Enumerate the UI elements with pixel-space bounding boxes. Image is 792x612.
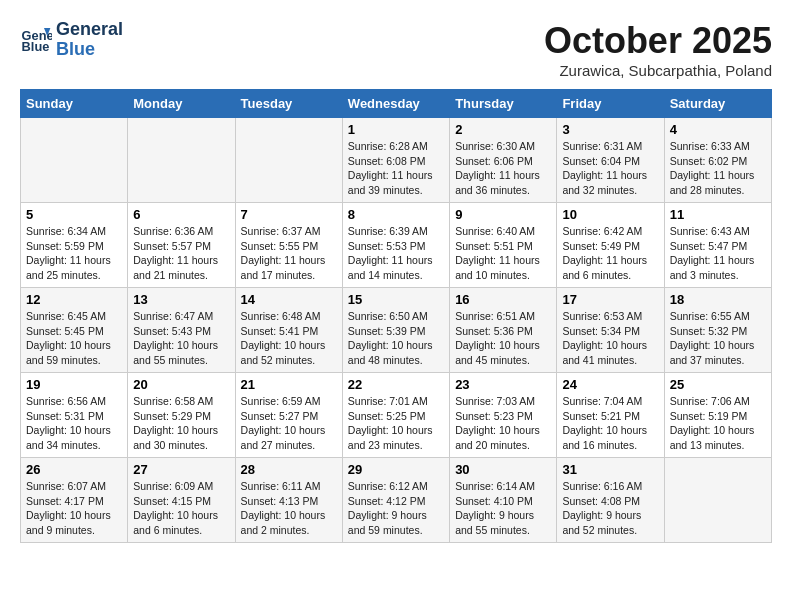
- sunrise-text: Sunrise: 6:39 AM: [348, 225, 428, 237]
- sunrise-text: Sunrise: 7:01 AM: [348, 395, 428, 407]
- day-number: 23: [455, 377, 551, 392]
- daylight-text: Daylight: 10 hours and 34 minutes.: [26, 424, 111, 451]
- calendar-cell: 11 Sunrise: 6:43 AM Sunset: 5:47 PM Dayl…: [664, 203, 771, 288]
- sunset-text: Sunset: 5:51 PM: [455, 240, 533, 252]
- header-sunday: Sunday: [21, 90, 128, 118]
- calendar-header-row: Sunday Monday Tuesday Wednesday Thursday…: [21, 90, 772, 118]
- sunset-text: Sunset: 4:15 PM: [133, 495, 211, 507]
- sunrise-text: Sunrise: 6:45 AM: [26, 310, 106, 322]
- calendar-cell: 28 Sunrise: 6:11 AM Sunset: 4:13 PM Dayl…: [235, 458, 342, 543]
- header-monday: Monday: [128, 90, 235, 118]
- sunrise-text: Sunrise: 6:34 AM: [26, 225, 106, 237]
- sunrise-text: Sunrise: 6:12 AM: [348, 480, 428, 492]
- day-number: 7: [241, 207, 337, 222]
- header-thursday: Thursday: [450, 90, 557, 118]
- sunrise-text: Sunrise: 6:33 AM: [670, 140, 750, 152]
- sunset-text: Sunset: 4:10 PM: [455, 495, 533, 507]
- daylight-text: Daylight: 10 hours and 23 minutes.: [348, 424, 433, 451]
- daylight-text: Daylight: 10 hours and 45 minutes.: [455, 339, 540, 366]
- sunrise-text: Sunrise: 6:30 AM: [455, 140, 535, 152]
- daylight-text: Daylight: 10 hours and 48 minutes.: [348, 339, 433, 366]
- day-number: 17: [562, 292, 658, 307]
- location-subtitle: Zurawica, Subcarpathia, Poland: [544, 62, 772, 79]
- logo-line1: General: [56, 20, 123, 40]
- sunrise-text: Sunrise: 6:31 AM: [562, 140, 642, 152]
- day-number: 21: [241, 377, 337, 392]
- day-number: 30: [455, 462, 551, 477]
- daylight-text: Daylight: 9 hours and 59 minutes.: [348, 509, 427, 536]
- daylight-text: Daylight: 9 hours and 55 minutes.: [455, 509, 534, 536]
- daylight-text: Daylight: 10 hours and 13 minutes.: [670, 424, 755, 451]
- day-number: 13: [133, 292, 229, 307]
- title-block: October 2025 Zurawica, Subcarpathia, Pol…: [544, 20, 772, 79]
- day-number: 1: [348, 122, 444, 137]
- day-number: 25: [670, 377, 766, 392]
- daylight-text: Daylight: 11 hours and 3 minutes.: [670, 254, 755, 281]
- sunrise-text: Sunrise: 6:16 AM: [562, 480, 642, 492]
- calendar-cell: 21 Sunrise: 6:59 AM Sunset: 5:27 PM Dayl…: [235, 373, 342, 458]
- sunrise-text: Sunrise: 6:07 AM: [26, 480, 106, 492]
- day-number: 4: [670, 122, 766, 137]
- sunset-text: Sunset: 6:02 PM: [670, 155, 748, 167]
- daylight-text: Daylight: 11 hours and 25 minutes.: [26, 254, 111, 281]
- day-number: 2: [455, 122, 551, 137]
- daylight-text: Daylight: 10 hours and 6 minutes.: [133, 509, 218, 536]
- daylight-text: Daylight: 10 hours and 41 minutes.: [562, 339, 647, 366]
- day-number: 31: [562, 462, 658, 477]
- daylight-text: Daylight: 10 hours and 55 minutes.: [133, 339, 218, 366]
- day-number: 3: [562, 122, 658, 137]
- daylight-text: Daylight: 11 hours and 6 minutes.: [562, 254, 647, 281]
- calendar-cell: 14 Sunrise: 6:48 AM Sunset: 5:41 PM Dayl…: [235, 288, 342, 373]
- calendar-cell: 9 Sunrise: 6:40 AM Sunset: 5:51 PM Dayli…: [450, 203, 557, 288]
- sunset-text: Sunset: 4:08 PM: [562, 495, 640, 507]
- day-number: 19: [26, 377, 122, 392]
- calendar-cell: 8 Sunrise: 6:39 AM Sunset: 5:53 PM Dayli…: [342, 203, 449, 288]
- daylight-text: Daylight: 11 hours and 36 minutes.: [455, 169, 540, 196]
- sunset-text: Sunset: 5:32 PM: [670, 325, 748, 337]
- day-number: 28: [241, 462, 337, 477]
- logo-icon: General Blue: [20, 24, 52, 56]
- sunset-text: Sunset: 5:55 PM: [241, 240, 319, 252]
- sunset-text: Sunset: 5:29 PM: [133, 410, 211, 422]
- calendar-cell: 20 Sunrise: 6:58 AM Sunset: 5:29 PM Dayl…: [128, 373, 235, 458]
- header-friday: Friday: [557, 90, 664, 118]
- calendar-cell: 29 Sunrise: 6:12 AM Sunset: 4:12 PM Dayl…: [342, 458, 449, 543]
- calendar-cell: [235, 118, 342, 203]
- calendar-cell: [21, 118, 128, 203]
- sunrise-text: Sunrise: 6:59 AM: [241, 395, 321, 407]
- sunset-text: Sunset: 6:08 PM: [348, 155, 426, 167]
- daylight-text: Daylight: 11 hours and 32 minutes.: [562, 169, 647, 196]
- calendar-cell: 6 Sunrise: 6:36 AM Sunset: 5:57 PM Dayli…: [128, 203, 235, 288]
- calendar-table: Sunday Monday Tuesday Wednesday Thursday…: [20, 89, 772, 543]
- calendar-cell: 17 Sunrise: 6:53 AM Sunset: 5:34 PM Dayl…: [557, 288, 664, 373]
- daylight-text: Daylight: 10 hours and 59 minutes.: [26, 339, 111, 366]
- daylight-text: Daylight: 11 hours and 21 minutes.: [133, 254, 218, 281]
- sunset-text: Sunset: 4:12 PM: [348, 495, 426, 507]
- day-number: 8: [348, 207, 444, 222]
- sunset-text: Sunset: 5:39 PM: [348, 325, 426, 337]
- sunrise-text: Sunrise: 6:56 AM: [26, 395, 106, 407]
- day-number: 20: [133, 377, 229, 392]
- calendar-cell: 3 Sunrise: 6:31 AM Sunset: 6:04 PM Dayli…: [557, 118, 664, 203]
- sunrise-text: Sunrise: 7:06 AM: [670, 395, 750, 407]
- calendar-cell: 10 Sunrise: 6:42 AM Sunset: 5:49 PM Dayl…: [557, 203, 664, 288]
- sunrise-text: Sunrise: 6:28 AM: [348, 140, 428, 152]
- sunset-text: Sunset: 5:19 PM: [670, 410, 748, 422]
- daylight-text: Daylight: 10 hours and 27 minutes.: [241, 424, 326, 451]
- calendar-cell: 30 Sunrise: 6:14 AM Sunset: 4:10 PM Dayl…: [450, 458, 557, 543]
- calendar-cell: 15 Sunrise: 6:50 AM Sunset: 5:39 PM Dayl…: [342, 288, 449, 373]
- day-number: 16: [455, 292, 551, 307]
- month-title: October 2025: [544, 20, 772, 62]
- sunset-text: Sunset: 5:36 PM: [455, 325, 533, 337]
- sunrise-text: Sunrise: 6:55 AM: [670, 310, 750, 322]
- daylight-text: Daylight: 10 hours and 30 minutes.: [133, 424, 218, 451]
- daylight-text: Daylight: 11 hours and 39 minutes.: [348, 169, 433, 196]
- sunrise-text: Sunrise: 6:40 AM: [455, 225, 535, 237]
- sunrise-text: Sunrise: 6:58 AM: [133, 395, 213, 407]
- header-saturday: Saturday: [664, 90, 771, 118]
- day-number: 14: [241, 292, 337, 307]
- sunrise-text: Sunrise: 6:36 AM: [133, 225, 213, 237]
- day-number: 11: [670, 207, 766, 222]
- sunrise-text: Sunrise: 6:11 AM: [241, 480, 321, 492]
- sunset-text: Sunset: 6:06 PM: [455, 155, 533, 167]
